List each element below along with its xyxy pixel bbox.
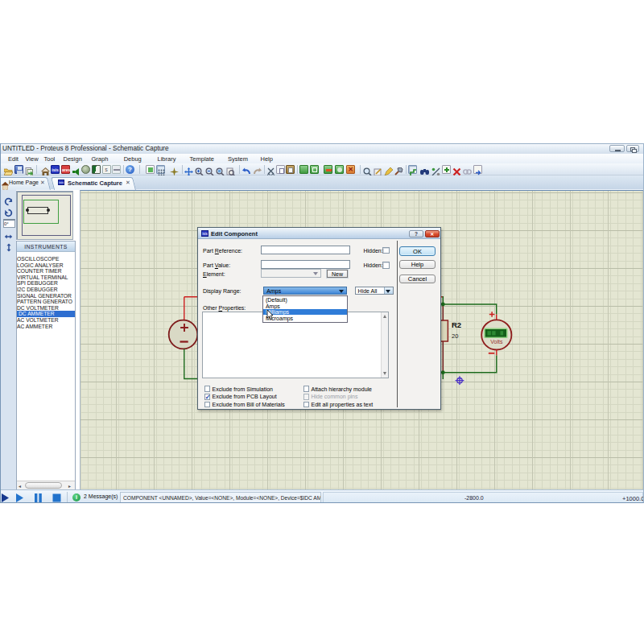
svg-text:20: 20: [452, 332, 458, 340]
svg-text:R2: R2: [452, 320, 461, 329]
svg-text:Volts: Volts: [490, 339, 503, 345]
